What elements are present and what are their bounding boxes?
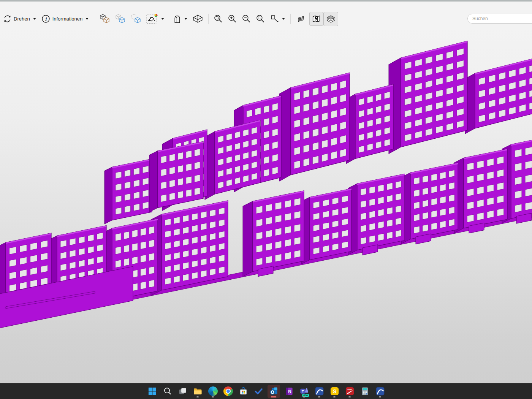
main-toolbar: Drehen i Informationen — [0, 2, 532, 28]
edge-icon — [208, 386, 218, 396]
layers-button[interactable] — [323, 12, 338, 26]
running-indicator — [318, 396, 320, 397]
pick-icon — [270, 14, 279, 23]
bim-model-3d — [0, 28, 532, 383]
chevron-down-icon — [282, 18, 285, 20]
taskbar-teams-button[interactable]: T NEW — [298, 385, 310, 398]
gray-blue-cubes-icon — [115, 14, 125, 24]
chevron-down-icon — [33, 18, 36, 20]
taskbar-s-app-button[interactable]: S — [328, 385, 341, 398]
information-button[interactable]: i Informationen — [39, 12, 92, 26]
svg-text:PDF: PDF — [347, 388, 352, 391]
info-icon: i — [41, 14, 50, 23]
search-container — [467, 14, 532, 24]
zoom-in-button[interactable] — [225, 12, 239, 26]
magnifier-plus-icon — [228, 14, 237, 23]
rotate-icon — [3, 15, 11, 23]
onenote-icon: N — [284, 386, 294, 396]
grid-plane-icon — [296, 15, 307, 23]
running-indicator — [333, 396, 336, 397]
layers-icon — [326, 14, 336, 24]
screen: Drehen i Informationen — [0, 0, 532, 399]
chevron-down-icon — [184, 18, 187, 20]
running-indicator — [196, 396, 199, 397]
rotate-button[interactable]: Drehen — [1, 12, 39, 25]
magnifier-window-icon — [256, 14, 265, 23]
box-3d-icon — [193, 14, 203, 23]
separator — [208, 14, 209, 24]
isolate-objects-button[interactable] — [112, 11, 128, 26]
taskbar-microsoft-store-button[interactable] — [237, 385, 250, 398]
map-button[interactable] — [309, 12, 323, 26]
taskbar-task-view-button[interactable] — [176, 385, 189, 398]
running-indicator — [348, 396, 351, 397]
grid-button[interactable] — [293, 12, 309, 26]
svg-text:N: N — [288, 389, 291, 394]
file-explorer-icon — [193, 386, 203, 396]
chevron-down-icon — [161, 18, 164, 20]
hide-objects-button[interactable] — [128, 11, 144, 26]
running-indicator — [379, 396, 381, 397]
taskbar-cad-app-button[interactable] — [313, 385, 326, 398]
task-view-icon — [178, 386, 187, 396]
two-cubes-icon — [100, 14, 110, 24]
pdf-app-icon: PDF — [345, 386, 355, 396]
map-pin-icon — [312, 14, 321, 23]
svg-text:S: S — [332, 388, 336, 394]
s-app-icon: S — [330, 386, 339, 396]
search-icon — [163, 386, 172, 396]
taskbar-start-button[interactable] — [146, 385, 158, 398]
section-box-button[interactable] — [190, 12, 206, 26]
taskbar-file-explorer-button[interactable] — [192, 385, 204, 398]
dashed-blue-cube-icon — [131, 14, 141, 24]
calculator-icon — [360, 386, 370, 396]
taskbar-pdf-app-button[interactable]: PDF — [344, 385, 356, 398]
svg-text:i: i — [45, 16, 47, 22]
information-label: Informationen — [52, 16, 83, 22]
view-button[interactable] — [171, 12, 190, 26]
magnifier-minus-icon — [242, 14, 251, 23]
paint-bucket-color-wheel-icon — [146, 14, 158, 24]
taskbar-chrome-button[interactable] — [222, 385, 234, 398]
zoom-fit-button[interactable] — [211, 12, 225, 26]
running-indicator — [303, 396, 305, 397]
separator — [290, 14, 291, 24]
chevron-down-icon — [86, 18, 89, 20]
show-all-objects-button[interactable] — [97, 11, 112, 26]
microsoft-store-icon — [239, 386, 248, 396]
magnifier-fit-icon — [214, 14, 223, 23]
taskbar-outlook-button[interactable] — [268, 385, 280, 398]
separator — [94, 14, 94, 24]
taskbar-todo-button[interactable] — [252, 385, 265, 398]
windows-start-icon — [147, 386, 157, 396]
cad-app-curve-icon — [375, 386, 385, 396]
running-indicator — [271, 396, 277, 397]
zoom-window-button[interactable] — [253, 12, 268, 26]
select-button[interactable] — [268, 12, 288, 26]
running-indicator — [212, 396, 214, 397]
search-input[interactable] — [467, 14, 532, 24]
taskbar-search-button[interactable] — [161, 385, 174, 398]
rotate-label: Drehen — [14, 16, 30, 22]
taskbar-calculator-button[interactable] — [359, 385, 371, 398]
svg-text:T: T — [301, 389, 304, 393]
taskbar-cad-app-2-button[interactable] — [374, 385, 386, 398]
taskbar-edge-button[interactable] — [207, 385, 219, 398]
zoom-out-button[interactable] — [239, 12, 253, 26]
todo-checkmark-icon — [254, 386, 263, 396]
model-viewport[interactable] — [0, 28, 532, 383]
taskbar: N T NEW — [0, 383, 532, 399]
arch-icon — [173, 14, 181, 23]
outlook-icon — [269, 386, 279, 396]
taskbar-onenote-button[interactable]: N — [283, 385, 295, 398]
chrome-icon — [223, 386, 233, 396]
color-objects-button[interactable] — [144, 11, 167, 27]
cad-app-curve-icon — [315, 386, 324, 396]
